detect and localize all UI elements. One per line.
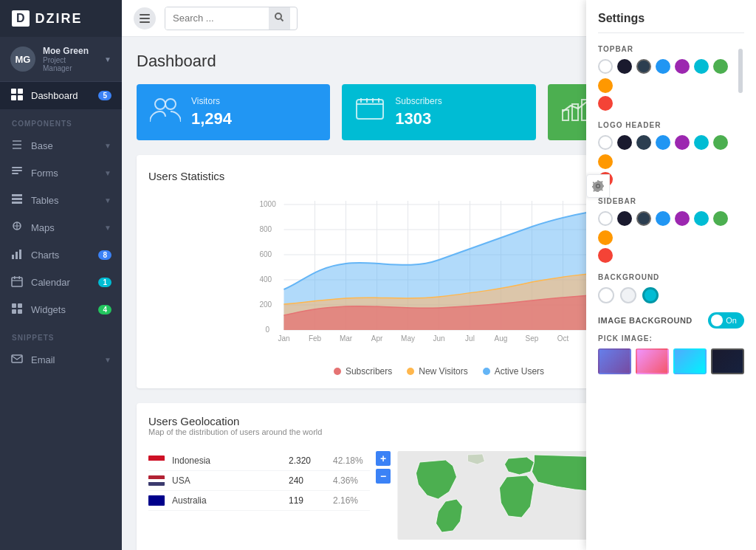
base-icon	[10, 139, 24, 153]
dashboard-badge: 5	[98, 91, 111, 100]
count-indonesia: 2.320	[289, 456, 326, 466]
logo-color-purple[interactable]	[675, 135, 690, 150]
bg-light-gray[interactable]	[620, 287, 636, 303]
svg-rect-18	[18, 303, 22, 308]
settings-panel-inner: Settings TOPBAR LOGO HEADER	[598, 12, 744, 374]
image-thumb-4[interactable]	[711, 348, 744, 374]
svg-rect-12	[16, 252, 18, 259]
legend-dot-new-visitors	[407, 368, 414, 375]
sidebar-item-label-tables: Tables	[31, 195, 97, 206]
sidebar-color-dark-blue[interactable]	[636, 211, 651, 226]
svg-point-26	[155, 99, 165, 109]
settings-scrollbar[interactable]	[738, 49, 743, 93]
base-arrow-icon: ▼	[104, 142, 111, 150]
legend-label-active-users: Active Users	[495, 366, 544, 377]
svg-rect-1	[18, 89, 23, 94]
visitors-icon	[150, 97, 181, 128]
tables-icon	[10, 193, 24, 207]
svg-rect-6	[12, 173, 18, 174]
topbar-color-blue[interactable]	[656, 59, 670, 74]
svg-text:Apr: Apr	[371, 334, 383, 343]
sidebar-item-label-calendar: Calendar	[31, 277, 91, 288]
settings-gear-icon[interactable]	[586, 174, 610, 198]
svg-text:200: 200	[260, 300, 272, 309]
topbar-color-black[interactable]	[617, 59, 632, 74]
menu-toggle-button[interactable]	[134, 7, 156, 30]
logo-color-orange[interactable]	[598, 154, 613, 169]
image-thumb-1[interactable]	[598, 348, 631, 374]
legend-dot-active-users	[483, 368, 490, 375]
legend-label-subscribers: Subscribers	[346, 366, 392, 377]
geo-subtitle: Map of the distribution of users around …	[148, 427, 322, 436]
logo-color-green[interactable]	[713, 135, 728, 150]
sidebar-item-label-forms: Forms	[31, 168, 97, 179]
maps-icon	[10, 221, 24, 235]
subscribers-label: Subscribers	[395, 96, 522, 106]
sidebar-item-base[interactable]: Base ▼	[0, 132, 122, 159]
sidebar-color-black[interactable]	[617, 211, 632, 226]
svg-text:Sep: Sep	[526, 334, 539, 343]
topbar-color-teal[interactable]	[694, 59, 709, 74]
sidebar-item-email[interactable]: Email ▼	[0, 346, 122, 374]
svg-rect-8	[12, 198, 22, 200]
bg-teal[interactable]	[642, 287, 659, 303]
sidebar-item-widgets[interactable]: Widgets 4	[0, 296, 122, 323]
email-icon	[10, 353, 24, 367]
search-button[interactable]	[269, 7, 290, 30]
sidebar-color-green[interactable]	[713, 211, 728, 226]
sidebar-item-dashboard[interactable]: Dashboard 5	[0, 82, 122, 109]
svg-rect-4	[12, 167, 22, 168]
sidebar-user[interactable]: MG Moe Green Project Manager ▼	[0, 37, 122, 82]
search-input[interactable]	[165, 7, 269, 30]
snippets-section-label: SNIPPETS	[0, 323, 122, 346]
topbar-color-purple[interactable]	[675, 59, 690, 74]
bg-white[interactable]	[598, 287, 614, 303]
logo-color-white[interactable]	[598, 135, 613, 150]
image-thumb-2[interactable]	[636, 348, 669, 374]
sidebar-item-forms[interactable]: Forms ▼	[0, 159, 122, 187]
sidebar-color-white[interactable]	[598, 211, 613, 226]
topbar-color-green[interactable]	[713, 59, 728, 74]
settings-sidebar-label: SIDEBAR	[598, 197, 744, 205]
logo-color-dark-blue[interactable]	[636, 135, 651, 150]
sidebar-color-orange[interactable]	[598, 230, 613, 245]
legend-dot-subscribers	[334, 368, 341, 375]
logo-color-blue[interactable]	[656, 135, 670, 150]
components-section-label: COMPONENTS	[0, 109, 122, 132]
sidebar-color-red[interactable]	[598, 248, 613, 263]
svg-rect-14	[12, 278, 22, 286]
topbar-color-red[interactable]	[598, 96, 613, 111]
sidebar-color-purple[interactable]	[675, 211, 690, 226]
sidebar-item-tables[interactable]: Tables ▼	[0, 187, 122, 214]
topbar-color-orange[interactable]	[598, 78, 613, 93]
country-australia: Australia	[172, 495, 281, 506]
widgets-icon	[10, 303, 24, 317]
tables-arrow-icon: ▼	[104, 196, 111, 204]
sidebar-item-label-dashboard: Dashboard	[31, 90, 91, 101]
logo-color-teal[interactable]	[694, 135, 709, 150]
svg-rect-3	[18, 95, 23, 100]
settings-logo-header-label: LOGO HEADER	[598, 121, 744, 129]
sidebar-item-charts[interactable]: Charts 8	[0, 241, 122, 269]
topbar-color-dark-blue[interactable]	[636, 59, 651, 74]
logo-color-black[interactable]	[617, 135, 632, 150]
settings-panel: Settings TOPBAR LOGO HEADER	[586, 0, 756, 550]
legend-new-visitors: New Visitors	[407, 366, 467, 377]
svg-rect-13	[19, 250, 21, 259]
svg-rect-24	[140, 21, 150, 23]
sidebar-item-label-widgets: Widgets	[31, 304, 91, 315]
sidebar-color-teal[interactable]	[694, 211, 709, 226]
topbar-color-white[interactable]	[598, 59, 613, 74]
sidebar-item-calendar[interactable]: Calendar 1	[0, 269, 122, 296]
sidebar-item-maps[interactable]: Maps ▼	[0, 214, 122, 241]
image-thumb-3[interactable]	[673, 348, 707, 374]
svg-rect-15	[14, 276, 16, 279]
sidebar-item-label-base: Base	[31, 140, 97, 151]
sidebar-color-blue[interactable]	[656, 211, 670, 226]
subscribers-icon	[355, 97, 385, 128]
toggle-label: On	[726, 316, 737, 325]
svg-rect-19	[12, 309, 16, 314]
avatar: MG	[10, 47, 35, 72]
image-background-toggle[interactable]: On	[708, 312, 744, 329]
widgets-badge: 4	[98, 305, 111, 314]
